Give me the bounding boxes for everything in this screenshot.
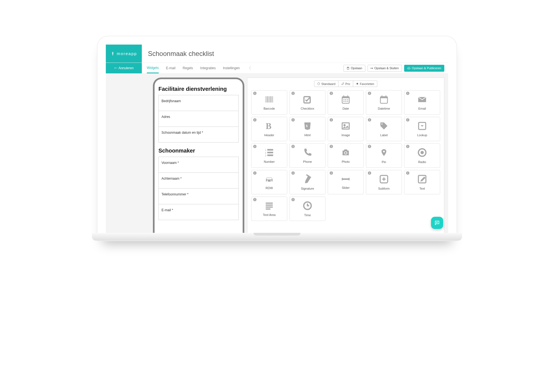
tabs-collapse-chevron[interactable]: 〈 — [247, 66, 251, 71]
palette-tab-favorites[interactable]: ★ Favorieten — [353, 81, 377, 87]
widget-photo[interactable]: iPhoto — [328, 143, 364, 168]
info-icon[interactable]: i — [291, 198, 295, 201]
field-achternaam[interactable]: Achternaam * — [158, 172, 239, 188]
field-bedrijfsnaam[interactable]: Bedrijfsnaam — [158, 95, 239, 111]
svg-rect-0 — [347, 67, 348, 68]
slider-icon — [340, 175, 352, 184]
info-icon[interactable]: i — [291, 171, 295, 175]
widget-radio[interactable]: iRadio — [404, 143, 440, 168]
widget-label: Lookup — [417, 133, 427, 137]
textarea-icon — [264, 201, 275, 212]
widget-image[interactable]: iImage — [328, 117, 364, 141]
cloud-upload-icon — [407, 66, 411, 70]
svg-rect-12 — [342, 97, 349, 98]
svg-point-24 — [385, 96, 386, 96]
svg-rect-20 — [347, 101, 348, 102]
svg-rect-16 — [345, 99, 346, 100]
info-icon[interactable]: i — [406, 118, 409, 122]
svg-text:B: B — [266, 121, 271, 131]
widget-text[interactable]: iText — [404, 170, 440, 194]
svg-text:3: 3 — [265, 154, 266, 157]
tab-email[interactable]: E-mail — [166, 63, 175, 73]
tab-integrations[interactable]: Integraties — [200, 63, 216, 73]
field-voornaam[interactable]: Voornaam * — [158, 157, 239, 172]
widget-checkbox[interactable]: iCheckbox — [289, 90, 325, 115]
widget-email[interactable]: iEmail — [404, 90, 440, 115]
datetime-icon — [379, 95, 389, 105]
svg-rect-19 — [345, 101, 346, 102]
widget-barcode[interactable]: iBarcode — [251, 90, 287, 115]
field-adres[interactable]: Adres — [158, 111, 239, 127]
radio-icon — [417, 148, 427, 159]
widget-header[interactable]: iBHeader — [251, 117, 287, 141]
widget-datetime[interactable]: iDatetime — [366, 90, 402, 115]
widget-label: Time — [304, 213, 311, 217]
widget-phone[interactable]: iPhone — [289, 143, 325, 168]
save-close-button[interactable]: ↦ Opslaan & Sluiten — [368, 65, 402, 72]
info-icon[interactable]: i — [253, 118, 257, 122]
info-icon[interactable]: i — [368, 118, 371, 122]
tab-widgets[interactable]: Widgets — [147, 63, 159, 73]
widget-lookup[interactable]: iLookup — [404, 117, 440, 141]
info-icon[interactable]: i — [330, 145, 333, 148]
field-email[interactable]: E-mail * — [158, 204, 239, 220]
info-icon[interactable]: i — [406, 145, 409, 148]
widget-slider[interactable]: iSlider — [328, 170, 364, 194]
widget-rdw[interactable]: iRDW — [251, 170, 287, 194]
svg-rect-48 — [266, 203, 273, 204]
info-icon[interactable]: i — [291, 145, 295, 148]
info-icon[interactable]: i — [406, 92, 409, 95]
widget-number[interactable]: i123Number — [251, 143, 287, 168]
tab-settings[interactable]: Instellingen — [223, 63, 240, 73]
info-icon[interactable]: i — [253, 145, 257, 148]
cancel-button[interactable]: 🡐 Annuleren — [106, 63, 142, 73]
info-icon[interactable]: i — [253, 92, 257, 95]
number-icon: 123 — [264, 148, 275, 158]
widget-subform[interactable]: iSubform — [366, 170, 402, 194]
svg-rect-17 — [347, 99, 348, 100]
field-datum-tijd[interactable]: Schoonmaak datum en tijd * — [158, 127, 239, 143]
info-icon[interactable]: i — [406, 171, 409, 175]
palette-tab-standard[interactable]: Standaard — [314, 81, 338, 87]
save-publish-button[interactable]: Opslaan & Publiceren — [404, 65, 444, 72]
widget-date[interactable]: iDate — [328, 90, 364, 115]
svg-rect-50 — [266, 207, 273, 208]
svg-point-14 — [347, 96, 348, 96]
svg-point-13 — [343, 96, 344, 96]
info-icon[interactable]: i — [330, 92, 333, 95]
info-icon[interactable]: i — [368, 145, 371, 148]
widget-label: Header — [264, 133, 274, 137]
widget-html[interactable]: i5Html — [289, 117, 325, 141]
info-icon[interactable]: i — [291, 118, 295, 122]
svg-point-23 — [381, 96, 382, 96]
chat-button[interactable] — [431, 217, 443, 229]
svg-rect-15 — [343, 99, 345, 100]
photo-icon — [340, 148, 351, 158]
tab-rules[interactable]: Regels — [183, 63, 193, 73]
widget-textarea[interactable]: iText Area — [251, 197, 287, 221]
info-icon[interactable]: i — [368, 92, 371, 95]
save-button[interactable]: Opslaan — [343, 65, 365, 72]
widget-label: Image — [342, 133, 350, 137]
leaf-icon — [341, 82, 344, 85]
info-icon[interactable]: i — [330, 118, 333, 122]
svg-point-28 — [344, 125, 345, 126]
widget-label[interactable]: iLabel — [366, 117, 402, 141]
brand-logo[interactable]: moreapp — [106, 45, 142, 63]
info-icon[interactable]: i — [330, 171, 333, 175]
info-icon[interactable]: i — [368, 171, 371, 175]
widget-signature[interactable]: iSignature — [289, 170, 325, 194]
save-icon — [347, 67, 350, 70]
field-telefoon[interactable]: Telefoonnummer * — [158, 188, 239, 204]
palette-tab-pro[interactable]: Pro — [338, 81, 353, 87]
cancel-label: Annuleren — [119, 66, 134, 70]
dashboard-icon — [317, 82, 320, 85]
widget-time[interactable]: iTime — [289, 197, 325, 221]
info-icon[interactable]: i — [253, 171, 257, 175]
signature-icon — [302, 174, 312, 185]
info-icon[interactable]: i — [253, 198, 257, 201]
widget-label: Barcode — [264, 107, 275, 110]
widget-label: Photo — [342, 160, 350, 163]
widget-pin[interactable]: iPin — [366, 143, 402, 168]
info-icon[interactable]: i — [291, 92, 295, 95]
